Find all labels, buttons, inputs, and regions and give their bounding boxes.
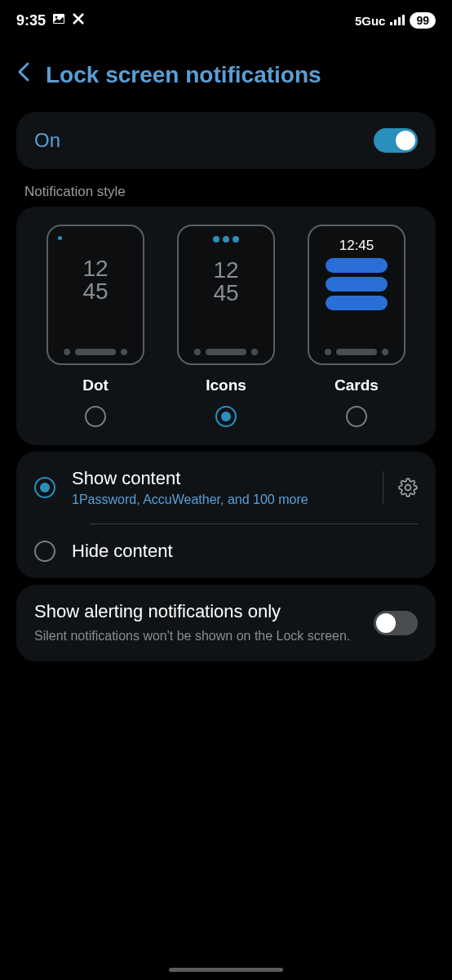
main-toggle-switch[interactable] — [374, 128, 418, 153]
status-time: 9:35 — [16, 12, 46, 29]
phone-preview-cards: 12:45 — [308, 225, 405, 365]
show-content-row[interactable]: Show content 1Password, AccuWeather, and… — [16, 452, 436, 523]
svg-rect-5 — [402, 15, 405, 25]
content-card: Show content 1Password, AccuWeather, and… — [16, 452, 436, 578]
gallery-icon — [52, 12, 65, 29]
style-section-label: Notification style — [24, 184, 428, 200]
alerting-toggle-switch[interactable] — [374, 611, 418, 635]
alerting-title: Show alerting notifications only — [34, 601, 357, 622]
signal-icon — [390, 12, 405, 29]
show-content-subtitle: 1Password, AccuWeather, and 100 more — [72, 492, 366, 507]
phone-preview-dot: 12 45 — [47, 225, 144, 365]
svg-rect-4 — [398, 17, 401, 25]
alerting-card[interactable]: Show alerting notifications only Silent … — [16, 585, 436, 662]
status-left: 9:35 — [16, 12, 85, 29]
main-toggle-label: On — [34, 129, 60, 152]
x-icon — [72, 12, 85, 29]
svg-rect-2 — [390, 22, 392, 25]
home-indicator[interactable] — [169, 968, 283, 972]
page-title: Lock screen notifications — [46, 62, 321, 88]
header: Lock screen notifications — [0, 41, 452, 105]
status-right: 5Guc 99 — [355, 12, 436, 29]
back-button[interactable] — [16, 60, 31, 89]
style-option-icons[interactable]: 12 45 Icons — [165, 225, 287, 427]
status-bar: 9:35 5Guc 99 — [0, 0, 452, 41]
style-name-dot: Dot — [82, 376, 109, 394]
radio-cards[interactable] — [346, 406, 367, 427]
style-option-dot[interactable]: 12 45 Dot — [34, 225, 157, 427]
show-content-settings-button[interactable] — [383, 471, 418, 504]
alerting-subtitle: Silent notifications won't be shown on t… — [34, 627, 357, 645]
phone-preview-icons: 12 45 — [177, 225, 275, 365]
radio-hide-content[interactable] — [34, 541, 55, 562]
svg-point-1 — [55, 16, 58, 18]
radio-dot[interactable] — [85, 406, 106, 427]
main-toggle-card[interactable]: On — [16, 112, 436, 169]
style-option-cards[interactable]: 12:45 Cards — [295, 225, 418, 427]
gear-icon — [398, 478, 418, 497]
radio-show-content[interactable] — [34, 477, 55, 498]
show-content-title: Show content — [72, 468, 366, 489]
radio-icons[interactable] — [215, 406, 237, 427]
hide-content-title: Hide content — [72, 541, 418, 562]
style-name-icons: Icons — [206, 376, 246, 394]
style-card: 12 45 Dot 12 45 Icons 12 — [16, 207, 436, 445]
style-name-cards: Cards — [335, 376, 379, 394]
svg-rect-3 — [394, 20, 397, 25]
hide-content-row[interactable]: Hide content — [16, 524, 436, 578]
network-label: 5Guc — [355, 14, 386, 28]
battery-indicator: 99 — [410, 12, 436, 29]
